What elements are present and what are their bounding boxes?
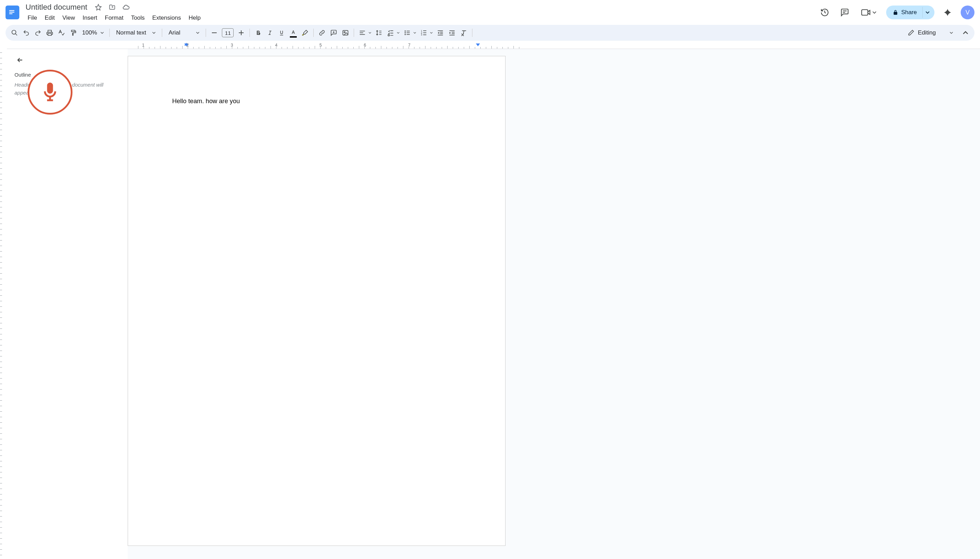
history-icon[interactable] [818,5,831,19]
ruler-number: 1 [142,43,145,48]
line-spacing-button[interactable] [373,27,384,38]
svg-rect-11 [360,31,365,31]
svg-rect-19 [407,32,410,33]
redo-button[interactable] [33,27,43,38]
collapse-toolbar-button[interactable] [960,27,971,38]
decrease-indent-button[interactable] [435,27,446,38]
pencil-icon [907,29,914,36]
text-color-button[interactable] [288,27,299,38]
font-value: Arial [169,29,180,36]
comment-icon[interactable] [838,5,852,19]
font-size-input[interactable] [222,28,234,37]
align-button[interactable] [357,27,368,38]
svg-rect-31 [450,30,455,31]
font-size-decrease[interactable] [209,27,220,38]
menu-help[interactable]: Help [185,13,204,23]
svg-rect-5 [48,33,51,36]
star-icon[interactable] [94,2,103,12]
right-indent-marker[interactable] [476,43,480,46]
svg-rect-35 [47,83,53,94]
toolbar: 100% Normal text Arial [5,25,975,41]
bulleted-list-button[interactable] [402,27,413,38]
highlight-color-button[interactable] [299,27,311,38]
cloud-done-icon[interactable] [121,2,131,12]
print-button[interactable] [44,27,55,38]
zoom-select[interactable]: 100% [79,29,107,36]
zoom-value: 100% [82,29,97,36]
svg-text:3: 3 [421,33,422,36]
paragraph-style-select[interactable]: Normal text [112,29,159,36]
add-comment-button[interactable] [328,27,339,38]
svg-rect-6 [212,32,217,33]
svg-point-4 [12,30,16,35]
svg-rect-25 [423,32,426,33]
insert-image-button[interactable] [340,27,351,38]
editing-mode-select[interactable]: Editing [903,29,957,36]
share-button-group: Share [886,5,934,19]
svg-rect-26 [423,35,426,35]
share-button[interactable]: Share [886,5,922,19]
menu-insert[interactable]: Insert [79,13,101,23]
font-size-increase[interactable] [236,27,247,38]
underline-button[interactable] [276,27,287,38]
docs-logo[interactable] [5,5,19,19]
menu-tools[interactable]: Tools [128,13,149,23]
insert-link-button[interactable] [316,27,327,38]
meet-button[interactable] [858,7,880,18]
svg-rect-34 [450,35,455,36]
document-canvas[interactable]: Hello team. how are you [128,49,980,559]
numbered-list-button[interactable]: 123 [418,27,429,38]
svg-rect-20 [407,34,410,35]
menu-edit[interactable]: Edit [41,13,58,23]
svg-rect-12 [360,32,364,33]
svg-rect-13 [360,34,365,35]
bold-button[interactable] [253,27,264,38]
checklist-button[interactable] [385,27,396,38]
numbered-list-dropdown[interactable] [428,31,434,34]
menu-format[interactable]: Format [101,13,127,23]
svg-rect-3 [862,10,868,15]
align-dropdown[interactable] [367,31,373,34]
doc-title[interactable]: Untitled document [23,2,89,12]
paint-format-button[interactable] [68,27,79,38]
outline-title: Outline [15,72,120,78]
share-dropdown[interactable] [922,7,934,18]
svg-rect-27 [438,30,443,31]
checklist-dropdown[interactable] [395,31,401,34]
bulleted-list-dropdown[interactable] [412,31,418,34]
vertical-ruler[interactable] [0,49,7,559]
svg-rect-29 [440,33,443,34]
menu-bar: File Edit View Insert Format Tools Exten… [23,13,204,23]
svg-rect-1 [9,12,15,12]
svg-rect-0 [9,10,15,11]
menu-extensions[interactable]: Extensions [149,13,184,23]
svg-rect-18 [407,31,410,31]
menu-view[interactable]: View [59,13,79,23]
svg-rect-32 [452,32,455,33]
svg-rect-9 [343,30,348,35]
clear-formatting-button[interactable] [458,27,469,38]
app-header: Untitled document File Edit View Insert … [0,0,980,22]
menu-file[interactable]: File [24,13,40,23]
outline-close-button[interactable] [15,55,26,66]
editing-mode-value: Editing [918,29,936,36]
horizontal-ruler[interactable]: 1234567 [7,43,980,49]
increase-indent-button[interactable] [446,27,458,38]
page-1[interactable]: Hello team. how are you [128,56,506,546]
move-icon[interactable] [107,2,117,12]
svg-point-17 [405,34,406,35]
document-text[interactable]: Hello team. how are you [172,98,461,105]
svg-rect-24 [423,30,426,31]
search-menus-button[interactable] [9,27,20,38]
ruler-number: 5 [319,43,322,48]
italic-button[interactable] [264,27,275,38]
font-select[interactable]: Arial [165,29,203,36]
spellcheck-button[interactable] [56,27,67,38]
avatar[interactable]: V [961,5,975,19]
voice-typing-button[interactable] [28,70,73,114]
gemini-icon[interactable] [941,5,954,19]
share-label: Share [901,9,917,16]
undo-button[interactable] [21,27,32,38]
svg-rect-33 [452,33,455,34]
svg-rect-28 [440,32,443,33]
